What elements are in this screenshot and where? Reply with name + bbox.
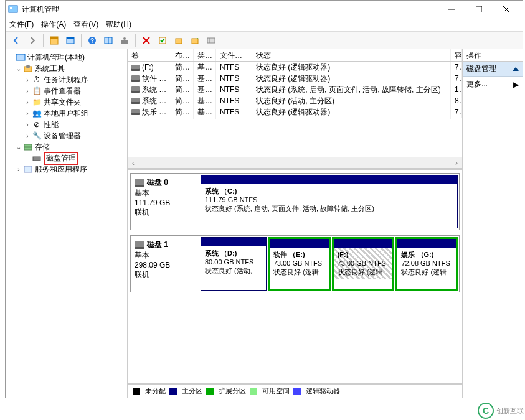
- menu-file[interactable]: 文件(F): [9, 19, 34, 30]
- properties-button[interactable]: [64, 34, 77, 47]
- tree-item-0[interactable]: ›⏱任务计划程序: [7, 74, 126, 85]
- legend-unalloc: 未分配: [145, 386, 166, 396]
- show-hide-tree-button[interactable]: [47, 34, 61, 47]
- action3-button[interactable]: [188, 34, 202, 47]
- tree-item-4[interactable]: ›⊘性能: [7, 119, 126, 130]
- partition[interactable]: 系统 （D:)80.00 GB NTFS状态良好 (活动,: [201, 237, 267, 291]
- disk-info: 磁盘 1基本298.09 GB联机: [131, 236, 199, 292]
- partition[interactable]: 系统 （C:)111.79 GB NTFS状态良好 (系统, 启动, 页面文件,…: [201, 175, 458, 228]
- tree-item-3[interactable]: ›👥本地用户和组: [7, 108, 126, 119]
- col-fs[interactable]: 文件系统: [216, 49, 252, 61]
- actions-pane: 操作 磁盘管理 更多...▶: [463, 49, 523, 398]
- view-list-button[interactable]: [102, 34, 115, 47]
- tree-diskmgmt-label: 磁盘管理: [44, 152, 78, 165]
- back-button[interactable]: [9, 34, 23, 47]
- menu-view[interactable]: 查看(V): [73, 19, 98, 30]
- table-row[interactable]: 系统 (D:)简单基本NTFS状态良好 (活动, 主分区)8: [128, 95, 462, 106]
- tree-item-label: 本地用户和组: [44, 108, 88, 119]
- forward-button[interactable]: [26, 34, 39, 47]
- tree-item-icon: 🔧: [32, 131, 42, 141]
- actions-section[interactable]: 磁盘管理: [463, 62, 523, 77]
- svg-rect-0: [9, 6, 17, 12]
- svg-rect-17: [176, 39, 182, 44]
- delete-button[interactable]: [140, 34, 153, 47]
- watermark-text: 创新互联: [496, 406, 524, 416]
- svg-rect-25: [24, 147, 32, 150]
- close-button[interactable]: [493, 1, 520, 18]
- legend-logical: 逻辑驱动器: [306, 386, 340, 396]
- settings-button[interactable]: [204, 34, 218, 47]
- toolbar: ?: [6, 32, 523, 49]
- refresh-button[interactable]: [118, 34, 131, 47]
- svg-rect-1: [10, 7, 12, 9]
- actions-more-label: 更多...: [466, 79, 488, 90]
- tree-item-5[interactable]: ›🔧设备管理器: [7, 130, 126, 141]
- actions-more[interactable]: 更多...▶: [463, 77, 523, 92]
- actions-section-label: 磁盘管理: [466, 63, 496, 74]
- tree-item-2[interactable]: ›📁共享文件夹: [7, 96, 126, 108]
- titlebar: 计算机管理: [6, 1, 523, 18]
- tree-storage[interactable]: ⌄存储: [7, 141, 126, 152]
- action2-button[interactable]: [172, 34, 186, 47]
- help-button[interactable]: ?: [85, 34, 99, 47]
- col-volume[interactable]: 卷: [128, 49, 171, 61]
- table-row[interactable]: (F:)简单基本NTFS状态良好 (逻辑驱动器)7: [128, 62, 462, 73]
- col-status[interactable]: 状态: [252, 49, 451, 61]
- tree-root-label: 计算机管理(本地): [27, 52, 85, 63]
- tree-pane[interactable]: 计算机管理(本地) ⌄系统工具 ›⏱任务计划程序›📋事件查看器›📁共享文件夹›👥…: [6, 49, 128, 398]
- svg-rect-18: [192, 39, 198, 44]
- legend-free: 可用空间: [262, 386, 290, 396]
- table-row[interactable]: 软件 (E:)简单基本NTFS状态良好 (逻辑驱动器)7: [128, 73, 462, 84]
- center-pane: 卷 布局 类型 文件系统 状态 容 (F:)简单基本NTFS状态良好 (逻辑驱动…: [128, 49, 463, 398]
- svg-point-23: [26, 65, 30, 68]
- tree-item-label: 设备管理器: [44, 131, 81, 141]
- window-title: 计算机管理: [22, 4, 438, 15]
- volume-table: 卷 布局 类型 文件系统 状态 容 (F:)简单基本NTFS状态良好 (逻辑驱动…: [128, 49, 462, 170]
- tree-systools[interactable]: ⌄系统工具: [7, 63, 126, 74]
- legend-logical-swatch: [293, 388, 301, 395]
- tree-item-icon: 👥: [32, 108, 42, 118]
- tree-item-label: 共享文件夹: [44, 97, 81, 108]
- legend: 未分配 主分区 扩展分区 可用空间 逻辑驱动器: [128, 384, 462, 398]
- action1-button[interactable]: [156, 34, 169, 47]
- tree-item-icon: ⊘: [32, 119, 42, 129]
- tree-systools-label: 系统工具: [35, 63, 65, 74]
- tree-services[interactable]: ›服务和应用程序: [7, 164, 126, 175]
- disk-row[interactable]: 磁盘 1基本298.09 GB联机系统 （D:)80.00 GB NTFS状态良…: [130, 235, 460, 292]
- disk-row[interactable]: 磁盘 0基本111.79 GB联机系统 （C:)111.79 GB NTFS状态…: [130, 173, 460, 230]
- svg-rect-26: [33, 157, 40, 161]
- actions-header: 操作: [463, 49, 523, 62]
- tree-diskmgmt[interactable]: 磁盘管理: [7, 152, 126, 164]
- svg-point-15: [123, 37, 126, 40]
- tree-root[interactable]: 计算机管理(本地): [7, 52, 126, 63]
- col-cap[interactable]: 容: [451, 49, 462, 61]
- svg-rect-24: [24, 144, 32, 147]
- svg-rect-19: [207, 38, 215, 43]
- tree-item-1[interactable]: ›📋事件查看器: [7, 85, 126, 96]
- legend-ext: 扩展分区: [219, 386, 246, 396]
- svg-rect-14: [121, 40, 128, 44]
- disk-graphic-pane[interactable]: 磁盘 0基本111.79 GB联机系统 （C:)111.79 GB NTFS状态…: [128, 170, 462, 384]
- partition[interactable]: 娱乐 （G:)72.08 GB NTFS状态良好 (逻辑: [395, 237, 458, 291]
- legend-unalloc-swatch: [133, 388, 140, 395]
- collapse-icon: [513, 67, 519, 71]
- minimize-button[interactable]: [438, 1, 465, 18]
- svg-rect-7: [50, 37, 58, 39]
- partition[interactable]: 软件 （E:)73.00 GB NTFS状态良好 (逻辑: [268, 237, 331, 291]
- watermark: C 创新互联: [478, 403, 524, 419]
- col-layout[interactable]: 布局: [171, 49, 194, 61]
- col-type[interactable]: 类型: [194, 49, 216, 61]
- menu-operation[interactable]: 操作(A): [41, 19, 66, 30]
- horiz-scrollbar[interactable]: ‹›: [128, 157, 462, 168]
- tree-item-icon: 📋: [32, 86, 42, 96]
- maximize-button[interactable]: [465, 1, 493, 18]
- partition[interactable]: (F:)73.00 GB NTFS状态良好 (逻辑: [332, 237, 395, 291]
- tree-item-icon: ⏱: [32, 75, 42, 85]
- volume-header[interactable]: 卷 布局 类型 文件系统 状态 容: [128, 49, 462, 62]
- table-row[interactable]: 娱乐 (G:)简单基本NTFS状态良好 (逻辑驱动器)7: [128, 106, 462, 118]
- menu-help[interactable]: 帮助(H): [106, 19, 131, 30]
- table-row[interactable]: 系统 (C:)简单基本NTFS状态良好 (系统, 启动, 页面文件, 活动, 故…: [128, 84, 462, 95]
- chevron-right-icon: ▶: [513, 80, 519, 89]
- tree-storage-label: 存储: [35, 142, 50, 152]
- tree-item-icon: 📁: [32, 97, 42, 107]
